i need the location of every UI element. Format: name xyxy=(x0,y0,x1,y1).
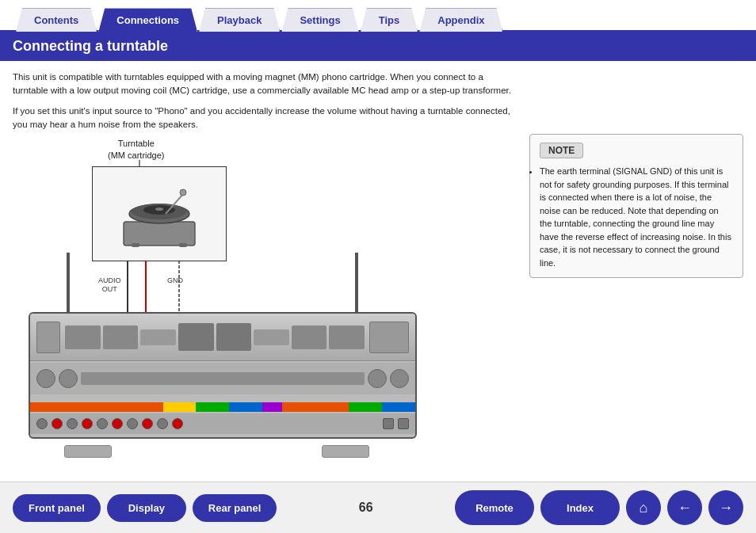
note-text: The earth terminal (SIGNAL GND) of this … xyxy=(540,165,733,269)
nav-tabs: Contents Connections Playback Settings T… xyxy=(0,0,756,32)
turntable-box xyxy=(92,166,227,261)
footer-center: 66 xyxy=(359,501,373,515)
display-button[interactable]: Display xyxy=(107,494,186,522)
tab-contents[interactable]: Contents xyxy=(16,8,97,32)
diagram-area: Turntable (MM cartridge) xyxy=(13,138,433,447)
note-box: NOTE The earth terminal (SIGNAL GND) of … xyxy=(529,134,743,278)
tab-playback[interactable]: Playback xyxy=(199,8,280,32)
footer-right-buttons: Remote Index ⌂ ← → xyxy=(455,490,743,525)
footer-left-buttons: Front panel Display Rear panel xyxy=(13,494,277,522)
front-panel-button[interactable]: Front panel xyxy=(13,494,101,522)
rear-panel-button[interactable]: Rear panel xyxy=(193,494,277,522)
forward-button[interactable]: → xyxy=(708,490,743,525)
tab-appendix[interactable]: Appendix xyxy=(419,8,502,32)
back-button[interactable]: ← xyxy=(667,490,702,525)
foot-right xyxy=(322,445,369,458)
foot-left xyxy=(64,445,112,458)
tab-tips[interactable]: Tips xyxy=(361,8,418,32)
right-section: NOTE The earth terminal (SIGNAL GND) of … xyxy=(529,70,743,474)
color-strip xyxy=(30,402,415,412)
tab-settings[interactable]: Settings xyxy=(281,8,358,32)
page-title: Connecting a turntable xyxy=(0,32,756,61)
tab-connections[interactable]: Connections xyxy=(98,8,197,32)
main-content: This unit is compatible with turntables … xyxy=(0,61,756,481)
remote-button[interactable]: Remote xyxy=(455,490,534,525)
intro-text-2: If you set this unit's input source to "… xyxy=(13,105,517,132)
receiver-box xyxy=(29,312,417,439)
turntable-svg xyxy=(120,178,199,249)
home-button[interactable]: ⌂ xyxy=(626,490,661,525)
left-section: This unit is compatible with turntables … xyxy=(13,70,517,474)
svg-point-8 xyxy=(180,189,186,196)
page-number: 66 xyxy=(359,501,373,515)
index-button[interactable]: Index xyxy=(540,490,620,525)
note-title: NOTE xyxy=(540,143,583,158)
svg-rect-10 xyxy=(179,243,187,247)
svg-rect-2 xyxy=(124,222,195,246)
svg-point-6 xyxy=(155,207,163,211)
intro-text-1: This unit is compatible with turntables … xyxy=(13,70,517,98)
svg-rect-9 xyxy=(132,243,139,247)
footer: Front panel Display Rear panel 66 Remote… xyxy=(0,482,756,533)
